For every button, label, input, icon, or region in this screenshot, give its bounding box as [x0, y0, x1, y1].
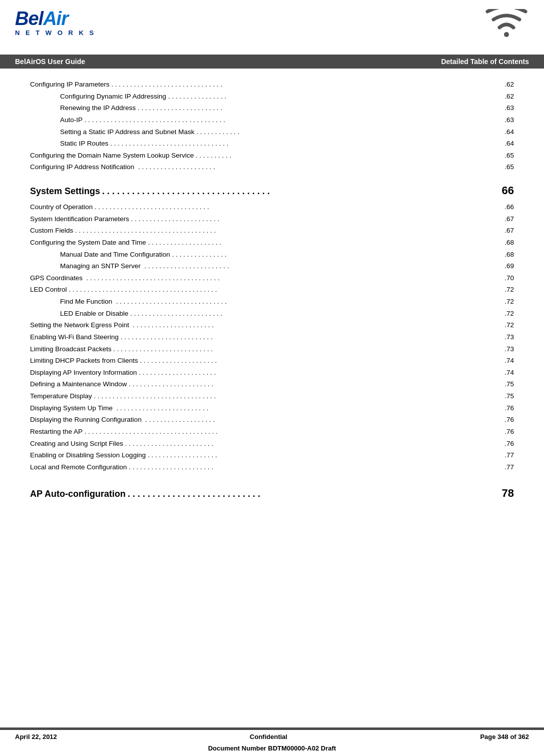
toc-entry-temperature: Temperature Display . . . . . . . . . . …: [30, 390, 514, 402]
toc-title: Limiting DHCP Packets from Clients: [30, 355, 138, 367]
toc-title: Displaying the Running Configuration: [30, 414, 142, 426]
belair-logo: BelAir: [15, 9, 96, 28]
toc-dots: . . . . . . . . . . . . . . . . . . . . …: [83, 272, 501, 284]
toc-dots: . . . . . . . . . . . . . . . . . . . . …: [83, 426, 501, 438]
toc-page: .73: [501, 331, 514, 343]
toc-title: Renewing the IP Address: [60, 102, 136, 114]
toc-title: Custom Fields: [30, 225, 73, 237]
toc-page: .77: [501, 461, 514, 473]
toc-page: .72: [501, 284, 514, 296]
toc-dots: . . . . . . . . . . . . . . . . . . . . …: [112, 296, 501, 308]
footer-date: April 22, 2012: [15, 733, 57, 740]
toc-dots: . . . . . . . . . . . . . . . . . . . . …: [129, 213, 501, 225]
toc-page: .68: [501, 249, 514, 261]
toc-page: .62: [501, 79, 514, 91]
toc-page: .63: [501, 102, 514, 114]
toc-entry-custom-fields: Custom Fields . . . . . . . . . . . . . …: [30, 225, 514, 237]
section-heading-ap-autoconfig: AP Auto-configuration . . . . . . . . . …: [30, 487, 514, 500]
toc-dots: . . . . . . . . . . . . . . . . . . . . …: [83, 114, 501, 126]
toc-entry-ap-inventory: Displaying AP Inventory Information . . …: [30, 367, 514, 379]
toc-dots: . . . . . . . . . . . . . . . . . . . . …: [119, 331, 501, 343]
toc-dots: . . . . . . . . . . . . . . . . . . . . …: [73, 225, 501, 237]
page-footer: April 22, 2012 Confidential Page 348 of …: [0, 727, 544, 756]
section-heading-system-settings: System Settings . . . . . . . . . . . . …: [30, 184, 514, 197]
toc-entry-manual-date: Manual Date and Time Configuration . . .…: [30, 249, 514, 261]
toc-dots: . . . . . . . . . . . . . . . . . . . . …: [113, 402, 501, 414]
toc-title: LED Enable or Disable: [60, 308, 129, 320]
toc-dots: . . . . . . . . . . . . . . . . . . . . …: [134, 161, 501, 173]
toc-title: Temperature Display: [30, 390, 92, 402]
toc-dots: . . . . . . . . . . . . . . . . . . .: [146, 449, 501, 461]
toc-entry-configuring-ip-params: Configuring IP Parameters . . . . . . . …: [30, 79, 514, 91]
toc-page: .72: [501, 296, 514, 308]
toc-page: .72: [501, 308, 514, 320]
banner-left: BelAirOS User Guide: [15, 58, 85, 66]
footer-page-info: Page 348 of 362: [480, 733, 529, 740]
toc-page: .65: [501, 150, 514, 162]
toc-entry-sys-id: System Identification Parameters . . . .…: [30, 213, 514, 225]
toc-entry-broadcast: Limiting Broadcast Packets . . . . . . .…: [30, 343, 514, 355]
section-page: 66: [494, 184, 514, 197]
toc-entry-wifi-band: Enabling Wi-Fi Band Steering . . . . . .…: [30, 331, 514, 343]
toc-page: .62: [501, 91, 514, 103]
toc-title: Limiting Broadcast Packets: [30, 343, 112, 355]
toc-dots: . . . . . . . . . . . . . . . . . . . . …: [137, 367, 501, 379]
toc-entry-domain-name: Configuring the Domain Name System Looku…: [30, 150, 514, 162]
toc-dots: . . . . . . . . . . . . . . . . . . . . …: [110, 79, 501, 91]
toc-dots: . . . . . . . . . . . . . . . . . . . .: [146, 237, 501, 249]
toc-page: .76: [501, 414, 514, 426]
toc-page: .67: [501, 213, 514, 225]
toc-entry-auto-ip: Auto-IP . . . . . . . . . . . . . . . . …: [30, 114, 514, 126]
page-header: BelAir N E T W O R K S: [0, 0, 544, 51]
toc-entry-local-remote: Local and Remote Configuration . . . . .…: [30, 461, 514, 473]
toc-dots: . . . . . . . . . . . . . . . . . . . . …: [127, 378, 501, 390]
toc-entry-led-control: LED Control . . . . . . . . . . . . . . …: [30, 284, 514, 296]
toc-title: GPS Coordinates: [30, 272, 83, 284]
toc-title: Configuring IP Address Notification: [30, 161, 134, 173]
toc-page: .69: [501, 260, 514, 272]
toc-dots: . . . . . . . . . . . . . . . . . . . . …: [123, 438, 501, 450]
toc-entry-led-enable: LED Enable or Disable . . . . . . . . . …: [30, 308, 514, 320]
toc-title: Auto-IP: [60, 114, 83, 126]
toc-page: .64: [501, 126, 514, 138]
toc-title: Enabling Wi-Fi Band Steering: [30, 331, 119, 343]
toc-page: .76: [501, 438, 514, 450]
toc-dots: . . . . . . . . . . . . . . . .: [166, 91, 501, 103]
toc-page: .74: [501, 367, 514, 379]
toc-title: Restarting the AP: [30, 426, 83, 438]
toc-entry-renewing-ip: Renewing the IP Address . . . . . . . . …: [30, 102, 514, 114]
toc-page: .77: [501, 449, 514, 461]
toc-title: Manual Date and Time Configuration: [60, 249, 170, 261]
toc-dots: . . . . . . . . . .: [194, 150, 501, 162]
toc-page: .75: [501, 390, 514, 402]
toc-title: Configuring IP Parameters: [30, 79, 110, 91]
toc-entry-network-egress: Setting the Network Egress Point . . . .…: [30, 319, 514, 331]
toc-entry-running-config: Displaying the Running Configuration . .…: [30, 414, 514, 426]
logo-air: Air: [43, 8, 68, 29]
toc-section-system-settings: Country of Operation . . . . . . . . . .…: [30, 201, 514, 473]
toc-page: .76: [501, 426, 514, 438]
logo-networks: N E T W O R K S: [15, 29, 96, 37]
toc-dots: . . . . . . . . . . . . . . . . . . . . …: [109, 138, 501, 150]
svg-point-0: [504, 32, 509, 37]
toc-dots: . . . . . . . . . . . .: [194, 126, 501, 138]
toc-dots: . . . . . . . . . . . . . . . . . . .: [142, 414, 501, 426]
toc-entry-sys-uptime: Displaying System Up Time . . . . . . . …: [30, 402, 514, 414]
toc-dots: . . . . . . . . . . . . . . . . . . . . …: [136, 102, 501, 114]
footer-doc: Document Number BDTM00000-A02 Draft: [0, 743, 544, 756]
toc-dots: . . . . . . . . . . . . . . .: [170, 249, 501, 261]
toc-title: Defining a Maintenance Window: [30, 378, 127, 390]
toc-entry-maintenance: Defining a Maintenance Window . . . . . …: [30, 378, 514, 390]
toc-dots: . . . . . . . . . . . . . . . . . . . . …: [129, 319, 501, 331]
toc-entry-country: Country of Operation . . . . . . . . . .…: [30, 201, 514, 213]
footer-doc-number: Document Number BDTM00000-A02 Draft: [208, 744, 336, 752]
logo-bel: Bel: [15, 8, 43, 29]
toc-title: System Identification Parameters: [30, 213, 129, 225]
toc-dots: . . . . . . . . . . . . . . . . . . . . …: [67, 284, 501, 296]
toc-title: LED Control: [30, 284, 67, 296]
logo-area: BelAir N E T W O R K S: [15, 9, 96, 37]
toc-page: .66: [501, 201, 514, 213]
toc-title: Setting a Static IP Address and Subnet M…: [60, 126, 194, 138]
toc-title: Country of Operation: [30, 201, 93, 213]
toc-page: .70: [501, 272, 514, 284]
